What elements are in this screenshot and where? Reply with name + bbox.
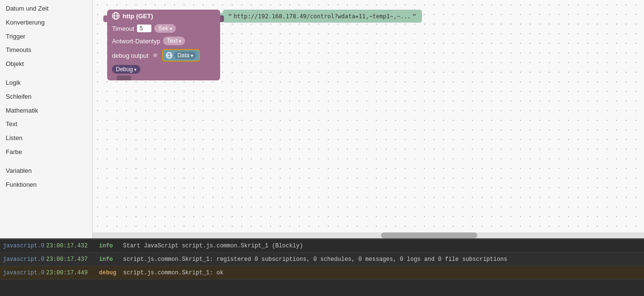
response-label: Antwort-Datentyp	[112, 38, 160, 45]
timeout-unit-dropdown[interactable]: Sek ▾	[154, 24, 176, 33]
console-message-2: script.js.common.Skript_1: registered 0 …	[123, 256, 641, 263]
url-left-quote: "	[228, 13, 232, 20]
chain-connector	[152, 52, 158, 58]
console-level-2: info	[99, 256, 123, 263]
console-message-1: Start JavaScript script.js.common.Skript…	[123, 243, 641, 249]
block-right-connector	[220, 15, 224, 22]
console-time-2: 23:00:17.437	[46, 256, 99, 263]
sidebar-item-farbe[interactable]: Farbe	[0, 145, 92, 159]
url-right-quote: "	[413, 13, 416, 20]
debug-output-label: debug output	[112, 52, 149, 59]
block-header: http (GET)	[107, 10, 220, 22]
timeout-row: Timeout Sek ▾	[107, 22, 220, 35]
sidebar-item-konvertierung[interactable]: Konvertierung	[0, 16, 92, 30]
dropdown-arrow-data: ▾	[191, 53, 193, 58]
sidebar-item-listen[interactable]: Listen	[0, 131, 92, 145]
sidebar-item-timeouts[interactable]: Timeouts	[0, 43, 92, 57]
globe-icon	[112, 12, 120, 20]
console-level-3: debug	[99, 270, 123, 276]
data-block[interactable]: Data ▾	[162, 49, 200, 62]
debug-output-row: debug output Data ▾	[107, 47, 220, 64]
sidebar-item-trigger[interactable]: Trigger	[0, 30, 92, 44]
sidebar-item-logik[interactable]: Logik	[0, 76, 92, 90]
canvas-area[interactable]: " http://192.168.178.49/control?wdata=11…	[93, 0, 644, 238]
sidebar-item-text[interactable]: Text	[0, 117, 92, 131]
block-bottom	[107, 77, 220, 80]
debug-level-dropdown[interactable]: Debug ▾	[112, 65, 140, 74]
timeout-label: Timeout	[112, 25, 134, 32]
sidebar-divider-1	[0, 71, 92, 76]
url-block[interactable]: " http://192.168.178.49/control?wdata=11…	[223, 10, 422, 23]
block-bottom-notch	[117, 76, 131, 80]
console-area: javascript.0 23:00:17.432 info Start Jav…	[0, 238, 644, 296]
sidebar-item-objekt[interactable]: Objekt	[0, 57, 92, 71]
canvas-scrollbar-thumb[interactable]	[381, 232, 477, 238]
block-title: http (GET)	[123, 13, 153, 20]
console-message-3: script.js.common.Skript_1: ok	[123, 270, 641, 276]
console-row-3: javascript.0 23:00:17.449 debug script.j…	[0, 266, 644, 280]
sidebar: Datum und Zeit Konvertierung Trigger Tim…	[0, 0, 93, 238]
console-row-1: javascript.0 23:00:17.432 info Start Jav…	[0, 239, 644, 253]
console-source-2: javascript.0	[3, 256, 46, 263]
canvas-scrollbar[interactable]	[93, 232, 644, 238]
console-time-1: 23:00:17.432	[46, 243, 99, 249]
sidebar-item-datum-zeit[interactable]: Datum und Zeit	[0, 2, 92, 16]
sidebar-item-schleifen[interactable]: Schleifen	[0, 90, 92, 104]
response-type-dropdown[interactable]: Text ▾	[163, 37, 185, 45]
timeout-value-input[interactable]	[137, 25, 151, 32]
sidebar-divider-2	[0, 159, 92, 164]
url-text: http://192.168.178.49/control?wdata=11,~…	[234, 13, 410, 20]
sidebar-item-mathematik[interactable]: Mathematik	[0, 104, 92, 118]
sidebar-item-variablen[interactable]: Variablen	[0, 164, 92, 178]
http-block: http (GET) Timeout Sek ▾ Antwort-Datenty…	[107, 10, 220, 80]
console-level-1: info	[99, 243, 123, 249]
dropdown-arrow-debug: ▾	[134, 67, 136, 72]
dropdown-arrow-text: ▾	[179, 39, 181, 44]
data-label-dropdown[interactable]: Data ▾	[174, 51, 196, 59]
console-time-3: 23:00:17.449	[46, 270, 99, 276]
console-source-3: javascript.0	[3, 270, 46, 276]
block-left-connector	[103, 15, 107, 22]
response-type-row: Antwort-Datentyp Text ▾	[107, 35, 220, 47]
console-row-2: javascript.0 23:00:17.437 info script.js…	[0, 253, 644, 266]
console-source-1: javascript.0	[3, 243, 46, 249]
dropdown-arrow-sek: ▾	[170, 26, 172, 31]
data-globe-icon	[166, 52, 173, 59]
sidebar-item-funktionen[interactable]: Funktionen	[0, 178, 92, 192]
main-area: Datum und Zeit Konvertierung Trigger Tim…	[0, 0, 644, 238]
